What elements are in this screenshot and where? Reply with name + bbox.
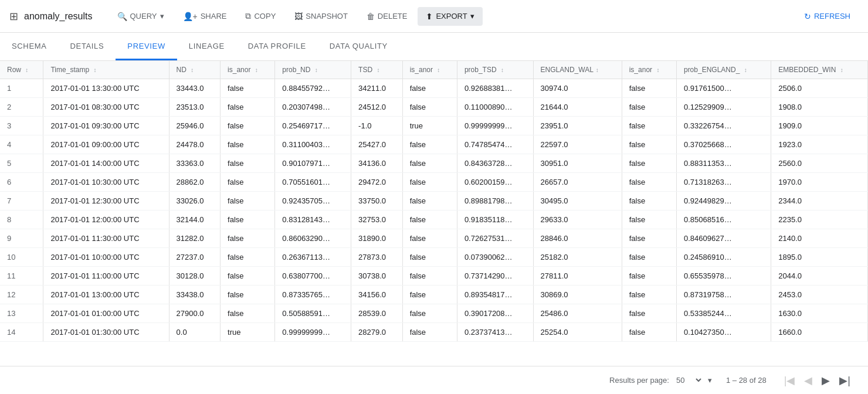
table-cell: 2506.0: [771, 79, 868, 98]
table-row: 32017-01-01 09:30:00 UTC25946.0false0.25…: [0, 117, 868, 135]
table-cell: 8: [0, 210, 43, 229]
table-cell: false: [221, 79, 275, 98]
table-row: 72017-01-01 12:30:00 UTC33026.0false0.92…: [0, 192, 868, 210]
last-page-button[interactable]: ▶|: [836, 372, 854, 389]
table-cell: 33363.0: [169, 154, 221, 173]
table-cell: false: [221, 154, 275, 173]
table-cell: false: [622, 210, 676, 229]
pagination-nav: |◀ ◀ ▶ ▶|: [781, 372, 854, 389]
table-row: 52017-01-01 14:00:00 UTC33363.0false0.90…: [0, 154, 868, 173]
table-cell: 0.92449829…: [676, 192, 771, 210]
table-cell: 28846.0: [533, 229, 622, 248]
tab-data-profile[interactable]: DATA PROFILE: [236, 33, 318, 60]
table-cell: 34136.0: [351, 154, 403, 173]
tab-lineage[interactable]: LINEAGE: [177, 33, 236, 60]
table-cell: 0.87335765…: [275, 286, 351, 304]
tab-details[interactable]: DETAILS: [59, 33, 116, 60]
export-button[interactable]: ⬆ EXPORT ▾: [418, 7, 482, 26]
results-per-page-section: Results per page: 50 25 100 ▾: [609, 375, 712, 385]
footer: Results per page: 50 25 100 ▾ 1 – 28 of …: [0, 366, 868, 394]
refresh-button[interactable]: ↻ REFRESH: [796, 7, 859, 26]
col-header-time-stamp[interactable]: Time_stamp ↕: [43, 61, 169, 79]
table-cell: 27811.0: [533, 267, 622, 286]
share-button[interactable]: 👤+ SHARE: [175, 7, 235, 26]
table-cell: 2140.0: [771, 229, 868, 248]
table-cell: 10: [0, 248, 43, 267]
table-cell: false: [622, 117, 676, 135]
table-cell: false: [622, 286, 676, 304]
table-cell: 25182.0: [533, 248, 622, 267]
table-cell: 0.31100403…: [275, 135, 351, 154]
col-header-england-wal[interactable]: ENGLAND_WAL↕: [533, 61, 622, 79]
table-cell: 14: [0, 323, 43, 342]
col-header-row[interactable]: Row ↕: [0, 61, 43, 79]
table-cell: 30128.0: [169, 267, 221, 286]
next-page-button[interactable]: ▶: [818, 372, 833, 389]
table-cell: false: [622, 79, 676, 98]
table-cell: 0.88311353…: [676, 154, 771, 173]
table-cell: 33443.0: [169, 79, 221, 98]
table-body: 12017-01-01 13:30:00 UTC33443.0false0.88…: [0, 79, 868, 342]
table-cell: false: [622, 154, 676, 173]
col-header-prob-nd[interactable]: prob_ND ↕: [275, 61, 351, 79]
table-cell: 25486.0: [533, 304, 622, 323]
col-header-prob-england[interactable]: prob_ENGLAND_ ↕: [676, 61, 771, 79]
table-cell: 1909.0: [771, 117, 868, 135]
table-cell: 2017-01-01 01:00:00 UTC: [43, 304, 169, 323]
table-cell: false: [622, 98, 676, 117]
table-cell: false: [402, 323, 457, 342]
tabs-bar: SCHEMA DETAILS PREVIEW LINEAGE DATA PROF…: [0, 33, 868, 61]
table-cell: 30974.0: [533, 79, 622, 98]
col-header-is-anor3[interactable]: is_anor ↕: [622, 61, 676, 79]
delete-button[interactable]: 🗑 DELETE: [358, 7, 416, 26]
table-cell: 25254.0: [533, 323, 622, 342]
table-cell: 0.92688381…: [457, 79, 533, 98]
tab-schema[interactable]: SCHEMA: [0, 33, 59, 60]
table-cell: 1: [0, 79, 43, 98]
table-cell: 0.50588591…: [275, 304, 351, 323]
table-cell: false: [221, 117, 275, 135]
tab-preview[interactable]: PREVIEW: [116, 33, 177, 60]
table-cell: 31282.0: [169, 229, 221, 248]
snapshot-button[interactable]: 🖼 SNAPSHOT: [286, 7, 356, 26]
table-cell: 1908.0: [771, 98, 868, 117]
table-cell: true: [402, 117, 457, 135]
table-cell: 34211.0: [351, 79, 403, 98]
share-icon: 👤+: [183, 12, 198, 21]
table-cell: 2017-01-01 09:30:00 UTC: [43, 117, 169, 135]
col-header-is-anor2[interactable]: is_anor ↕: [402, 61, 457, 79]
table-cell: 2017-01-01 14:00:00 UTC: [43, 154, 169, 173]
table-cell: 2017-01-01 11:00:00 UTC: [43, 267, 169, 286]
col-header-embedded-win[interactable]: EMBEDDED_WIN ↕: [771, 61, 868, 79]
table-cell: 0.71318263…: [676, 173, 771, 192]
copy-button[interactable]: ⧉ COPY: [237, 6, 284, 26]
table-cell: 0.20307498…: [275, 98, 351, 117]
query-button[interactable]: 🔍 QUERY ▾: [109, 7, 172, 26]
results-per-page-select[interactable]: 50 25 100: [674, 375, 703, 385]
table-cell: false: [221, 98, 275, 117]
col-header-nd[interactable]: ND ↕: [169, 61, 221, 79]
col-header-tsd[interactable]: TSD ↕: [351, 61, 403, 79]
table-cell: false: [622, 229, 676, 248]
table-cell: 0.11000890…: [457, 98, 533, 117]
first-page-button[interactable]: |◀: [781, 372, 799, 389]
table-cell: 0.0: [169, 323, 221, 342]
table-cell: 1923.0: [771, 135, 868, 154]
table-cell: 27237.0: [169, 248, 221, 267]
table-cell: false: [402, 210, 457, 229]
tab-data-quality[interactable]: DATA QUALITY: [318, 33, 399, 60]
grid-icon: ⊞: [9, 10, 18, 23]
table-cell: 33438.0: [169, 286, 221, 304]
table-row: 42017-01-01 09:00:00 UTC24478.0false0.31…: [0, 135, 868, 154]
table-cell: 31890.0: [351, 229, 403, 248]
table-cell: 0.25469717…: [275, 117, 351, 135]
table-cell: false: [221, 248, 275, 267]
col-header-is-anor1[interactable]: is_anor ↕: [221, 61, 275, 79]
col-header-prob-tsd[interactable]: prob_TSD ↕: [457, 61, 533, 79]
table-cell: 0.07390062…: [457, 248, 533, 267]
table-cell: 12: [0, 286, 43, 304]
prev-page-button[interactable]: ◀: [801, 372, 816, 389]
table-cell: false: [221, 192, 275, 210]
results-per-page-label: Results per page:: [609, 376, 669, 385]
table-cell: 30951.0: [533, 154, 622, 173]
